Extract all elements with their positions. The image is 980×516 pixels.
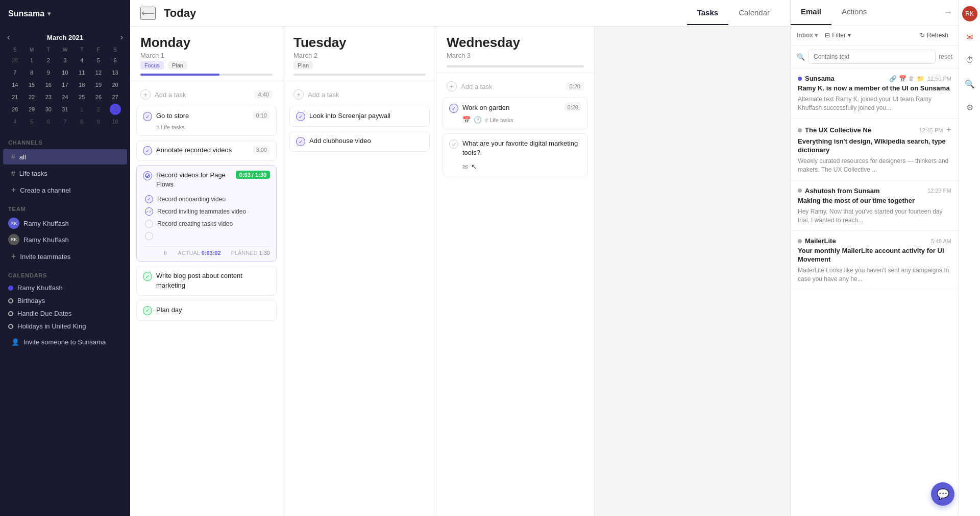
cal-day[interactable]: 19 xyxy=(93,79,104,90)
cal-day[interactable]: 2 xyxy=(93,104,104,115)
pause-icon[interactable]: ⏸ xyxy=(162,250,168,256)
cal-day[interactable]: 18 xyxy=(76,79,87,90)
cal-day[interactable]: 6 xyxy=(43,116,54,127)
cal-day[interactable]: 15 xyxy=(26,79,37,90)
email-item[interactable]: The UX Collective Ne 12:45 PM + Everythi… xyxy=(791,119,959,180)
cal-day[interactable]: 1 xyxy=(26,55,37,66)
cal-day[interactable]: 14 xyxy=(9,79,20,90)
cal-day[interactable]: 16 xyxy=(43,79,54,90)
subtask-item[interactable]: Record onboarding video xyxy=(145,193,270,205)
task-check[interactable] xyxy=(143,306,152,315)
task-digital-marketing[interactable]: What are your favorite digital marketing… xyxy=(443,133,588,176)
cal-day[interactable]: 1 xyxy=(76,104,87,115)
task-check[interactable] xyxy=(143,272,152,281)
cal-day[interactable]: 30 xyxy=(43,104,54,115)
cal-day[interactable]: 10 xyxy=(110,116,121,127)
calendar-ramy[interactable]: Ramy Khuffash xyxy=(0,282,130,294)
mail-strip-icon[interactable]: ✉ xyxy=(962,29,978,45)
subtask-item[interactable]: Record inviting teammates video xyxy=(145,205,270,218)
cal-day[interactable]: 10 xyxy=(59,67,70,78)
cal-day[interactable]: 27 xyxy=(110,91,121,103)
sidebar-item-life-tasks[interactable]: # Life tasks xyxy=(3,166,127,181)
tab-calendar[interactable]: Calendar xyxy=(728,1,780,25)
cal-day[interactable]: 4 xyxy=(76,55,87,66)
cal-day[interactable]: 3 xyxy=(59,55,70,66)
task-check[interactable] xyxy=(296,137,305,146)
cal-day[interactable]: 12 xyxy=(93,67,104,78)
task-check[interactable] xyxy=(449,139,458,149)
email-search-input[interactable] xyxy=(808,50,936,64)
subtask-item[interactable]: Record creating tasks video xyxy=(145,218,270,230)
add-task-tuesday[interactable]: + Add a task xyxy=(289,85,430,104)
settings-strip-icon[interactable]: ⚙ xyxy=(962,99,978,115)
cal-day[interactable]: 26 xyxy=(93,91,104,103)
focus-badge[interactable]: Focus xyxy=(140,61,164,69)
plan-badge[interactable]: Plan xyxy=(168,61,187,69)
cal-day[interactable]: 31 xyxy=(59,104,70,115)
cal-day[interactable]: 8 xyxy=(76,116,87,127)
task-check[interactable] xyxy=(143,112,152,121)
cal-day[interactable]: 28 xyxy=(9,104,20,115)
add-task-wednesday[interactable]: + Add a task 0:20 xyxy=(443,77,588,96)
task-garden[interactable]: Work on garden 0:20 📅 🕐 # Life tasks xyxy=(443,98,588,129)
cal-day[interactable]: 6 xyxy=(110,55,121,66)
team-member-1[interactable]: RK Ramy Khuffash xyxy=(0,215,130,231)
cal-day[interactable]: 9 xyxy=(43,67,54,78)
cal-day[interactable]: 2 xyxy=(43,55,54,66)
task-clubhouse-video[interactable]: Add clubhouse video xyxy=(289,131,430,152)
cal-day[interactable]: 7 xyxy=(9,67,20,78)
cal-day[interactable]: 5 xyxy=(93,55,104,66)
tab-tasks[interactable]: Tasks xyxy=(687,1,728,25)
search-strip-icon[interactable]: 🔍 xyxy=(962,76,978,92)
email-item[interactable]: Ashutosh from Sunsam 12:29 PM Making the… xyxy=(791,181,959,231)
collapse-sidebar-button[interactable]: ⟵ xyxy=(140,7,156,20)
cal-day[interactable]: 28 xyxy=(9,55,20,66)
sidebar-item-all[interactable]: # all xyxy=(3,149,127,165)
cal-day[interactable]: 13 xyxy=(110,67,121,78)
task-record-videos[interactable]: Record videos for Page Flows 0:03 / 1:30… xyxy=(136,165,277,262)
subtask-check[interactable] xyxy=(145,207,153,216)
task-blog-post[interactable]: Write blog post about content marketing xyxy=(136,266,277,295)
team-member-2[interactable]: RK Ramy Khuffash xyxy=(0,231,130,248)
cal-day[interactable]: 24 xyxy=(59,91,70,103)
calendar-birthdays[interactable]: Birthdays xyxy=(0,294,130,307)
task-go-to-store[interactable]: Go to store 0:10 # Life tasks xyxy=(136,106,277,136)
add-to-tasks-button[interactable]: + xyxy=(946,125,951,135)
cal-day[interactable]: 20 xyxy=(110,79,121,90)
task-check[interactable] xyxy=(143,146,152,155)
cal-day[interactable]: 17 xyxy=(59,79,70,90)
task-check[interactable] xyxy=(296,112,305,121)
prev-month-button[interactable]: ‹ xyxy=(7,33,10,42)
task-check[interactable] xyxy=(143,171,152,180)
subtask-check[interactable] xyxy=(145,195,153,203)
task-annotate-videos[interactable]: Annotate recorded videos 3:00 xyxy=(136,140,277,161)
cal-day[interactable]: 7 xyxy=(59,116,70,127)
cal-day[interactable]: 21 xyxy=(9,91,20,103)
filter-button[interactable]: ⊟ Filter ▾ xyxy=(821,30,855,41)
chat-bubble-button[interactable]: 💬 xyxy=(931,482,954,506)
reset-search-button[interactable]: reset xyxy=(939,53,952,60)
cal-day[interactable]: 25 xyxy=(76,91,87,103)
create-channel-button[interactable]: + Create a channel xyxy=(3,182,127,198)
calendar-holidays[interactable]: Holidays in United King xyxy=(0,320,130,333)
cal-day[interactable]: 9 xyxy=(93,116,104,127)
cal-day[interactable]: 23 xyxy=(43,91,54,103)
email-item[interactable]: Sunsama 🔗 📅 🗑 📁 12:50 PM Ramy K. is now … xyxy=(791,68,959,119)
tab-email[interactable]: Email xyxy=(791,0,831,25)
cal-day[interactable]: 4 xyxy=(9,116,20,127)
cal-day[interactable]: 11 xyxy=(76,67,87,78)
close-panel-button[interactable]: → xyxy=(937,0,959,25)
invite-teammates-button[interactable]: + Invite teammates xyxy=(3,248,127,265)
plan-badge[interactable]: Plan xyxy=(293,61,313,69)
app-header[interactable]: Sunsama ▾ xyxy=(0,0,130,28)
subtask-check[interactable] xyxy=(145,232,153,240)
add-task-monday[interactable]: + Add a task 4:40 xyxy=(136,85,277,104)
invite-sunsama-button[interactable]: 👤 Invite someone to Sunsama xyxy=(3,335,127,349)
time-strip-icon[interactable]: ⏱ xyxy=(962,52,978,68)
tab-actions[interactable]: Actions xyxy=(831,0,877,25)
user-avatar-strip[interactable]: RK xyxy=(962,6,977,21)
subtask-item[interactable] xyxy=(145,230,270,242)
task-screenjar[interactable]: Look into Screenjar paywall xyxy=(289,106,430,127)
task-check[interactable] xyxy=(449,104,458,113)
cal-day[interactable]: 5 xyxy=(26,116,37,127)
